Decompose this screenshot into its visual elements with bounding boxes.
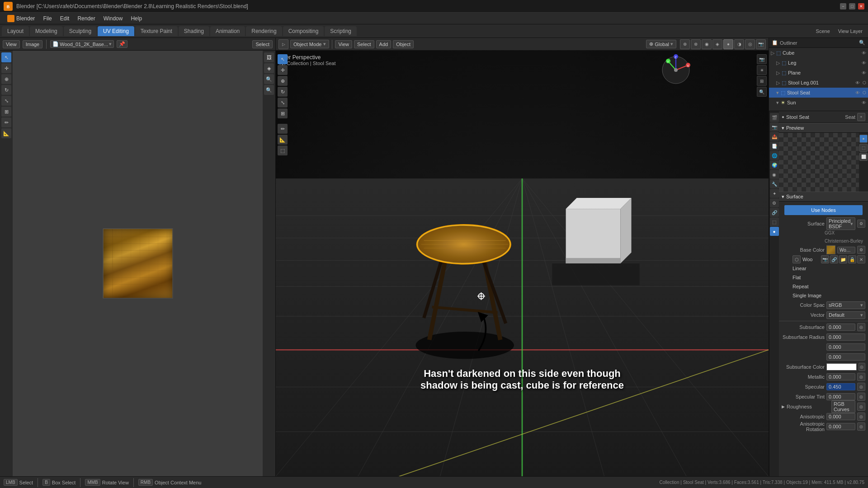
viewport-select-btn[interactable]: Select	[354, 40, 374, 48]
menu-blender[interactable]: Blender	[4, 14, 38, 23]
menu-render[interactable]: Render	[74, 14, 99, 23]
uv-mask-btn[interactable]: ◈	[264, 63, 274, 73]
vp-annotate-tool[interactable]: ✏	[278, 124, 288, 134]
viewport-mode-icon[interactable]: ▷	[278, 39, 288, 49]
specular-val[interactable]: 0.450	[826, 383, 855, 390]
specular-tint-dot[interactable]: ◎	[857, 393, 865, 401]
ws-tab-modeling[interactable]: Modeling	[30, 26, 63, 36]
vp-icon-camera[interactable]: 📷	[756, 39, 766, 49]
vector-dropdown[interactable]: Default ▾	[826, 311, 865, 319]
woo-folder-btn[interactable]: 📁	[839, 255, 847, 263]
subsurface-radius-val2[interactable]: 0.000	[826, 343, 865, 351]
vp-rotate-tool[interactable]: ↻	[278, 87, 288, 97]
subsurface-radius-val3[interactable]: 0.000	[826, 353, 865, 361]
uv-render-preview-btn[interactable]: 🖼	[264, 52, 274, 62]
prop-icon-output[interactable]: 📤	[770, 132, 779, 141]
prop-icon-scene2[interactable]: 🌐	[770, 151, 779, 160]
viewport-content[interactable]: User Perspective (1) Collection | Stool …	[276, 51, 769, 476]
uv-scale-tool[interactable]: ⤡	[1, 96, 11, 106]
vp-icon-1[interactable]: ⊕	[680, 39, 690, 49]
preview-header[interactable]: ▾ Preview	[779, 123, 868, 133]
viewport-add-btn[interactable]: Add	[376, 40, 392, 48]
outliner-item-cube[interactable]: ▷ ⬚ Cube 👁	[769, 48, 868, 58]
anisotropic-val[interactable]: 0.000	[826, 413, 855, 420]
uv-move-tool[interactable]: ⊕	[1, 74, 11, 84]
vp-cursor-tool[interactable]: ✛	[278, 65, 288, 75]
vp-icon-material[interactable]: ◑	[734, 39, 744, 49]
base-color-name[interactable]: Wood_01_2K_Base...	[837, 247, 855, 253]
metallic-val[interactable]: 0.000	[826, 373, 855, 380]
viewport-mode-dropdown[interactable]: Object Mode ▾	[290, 40, 329, 48]
prop-icon-view-layer[interactable]: 📑	[770, 141, 779, 150]
uv-view-btn[interactable]: View	[3, 40, 20, 48]
prop-icon-render[interactable]: 📷	[770, 122, 779, 131]
anisotropic-dot[interactable]: ◎	[857, 413, 865, 421]
outliner-item-stool-leg[interactable]: ▷ ⬚ Stool Leg.001 👁 ⬡	[769, 78, 868, 88]
viewport-transform-dropdown[interactable]: ⊕ Global ▾	[646, 40, 676, 48]
vp-icon-overlay[interactable]: ◉	[702, 39, 712, 49]
prop-icon-object[interactable]: ◉	[770, 170, 779, 179]
woo-link-btn[interactable]: 🔗	[830, 255, 838, 263]
outliner-item-stool-seat[interactable]: ▾ ⬚ Stool Seat 👁 ⬡	[769, 88, 868, 98]
prop-icon-physics[interactable]: ⚙	[770, 198, 779, 207]
prop-icon-particles[interactable]: ✦	[770, 189, 779, 198]
roughness-dot[interactable]: ◎	[857, 403, 865, 411]
vp-transform-tool[interactable]: ⊞	[278, 108, 288, 118]
surface-settings-btn[interactable]: ⚙	[857, 220, 865, 228]
uv-cursor-tool[interactable]: ✛	[1, 63, 11, 73]
ws-tab-scripting[interactable]: Scripting	[325, 26, 357, 36]
vp-select-tool[interactable]: ↖	[278, 54, 288, 64]
surface-dropdown[interactable]: Principled BSDF ▾	[826, 217, 855, 230]
menu-window[interactable]: Window	[100, 14, 127, 23]
vp-icon-solid[interactable]: ●	[723, 39, 733, 49]
uv-transform-tool[interactable]: ⊞	[1, 107, 11, 117]
preview-plane-btn[interactable]: ⬜	[859, 153, 868, 161]
vp-scale-tool[interactable]: ⤡	[278, 98, 288, 108]
uv-measure-tool[interactable]: 📐	[1, 128, 11, 138]
vp-light-icon[interactable]: ☀	[757, 65, 767, 75]
ws-tab-texture-paint[interactable]: Texture Paint	[135, 26, 178, 36]
vp-zoom-icon[interactable]: 🔍	[757, 87, 767, 97]
vp-icon-2[interactable]: ⊗	[691, 39, 701, 49]
ws-tab-uv-editing[interactable]: UV Editing	[98, 26, 134, 36]
prop-icon-constraints[interactable]: 🔗	[770, 208, 779, 217]
outliner-filter-btn[interactable]: 🔍	[859, 40, 865, 46]
vp-mesh-icon[interactable]: ⊞	[757, 76, 767, 86]
vp-icon-render[interactable]: ◎	[745, 39, 755, 49]
prop-icon-data[interactable]: ⬚	[770, 217, 779, 226]
vp-measure-tool[interactable]: 📐	[278, 135, 288, 145]
ws-tab-animation[interactable]: Animation	[210, 26, 245, 36]
specular-dot[interactable]: ◎	[857, 383, 865, 391]
outliner-item-leg[interactable]: ▷ ⬚ Leg 👁	[769, 58, 868, 68]
vp-add-cube-tool[interactable]: ⬚	[278, 145, 288, 155]
ws-tab-sculpting[interactable]: Sculpting	[64, 26, 97, 36]
anisotropic-rot-val[interactable]: 0.000	[826, 423, 855, 430]
maximize-btn[interactable]: □	[849, 3, 855, 9]
uv-annotate-tool[interactable]: ✏	[1, 117, 11, 127]
roughness-dropdown[interactable]: RGB Curves	[831, 400, 855, 413]
uv-rotate-tool[interactable]: ↻	[1, 85, 11, 95]
subsurface-dot[interactable]: ◎	[857, 323, 865, 331]
uv-select-btn[interactable]: Select	[252, 40, 273, 48]
prop-icon-modifier[interactable]: 🔧	[770, 179, 779, 188]
specular-tint-val[interactable]: 0.000	[826, 393, 855, 400]
use-nodes-btn[interactable]: Use Nodes	[784, 205, 863, 215]
nav-gizmo[interactable]: X Y Z	[660, 54, 692, 86]
ws-tab-shading[interactable]: Shading	[179, 26, 209, 36]
subsurface-radius-val1[interactable]: 0.000	[826, 333, 865, 341]
anisotropic-rot-dot[interactable]: ◎	[857, 422, 865, 431]
woo-x-btn[interactable]: ✕	[857, 255, 865, 263]
vp-icon-xray[interactable]: ◈	[712, 39, 722, 49]
close-btn[interactable]: ✕	[858, 3, 864, 9]
outliner-item-sun[interactable]: ▾ ☀ Sun 👁	[769, 98, 868, 108]
preview-cube-btn[interactable]: ⬚	[859, 144, 868, 152]
subsurface-val[interactable]: 0.000	[826, 324, 855, 331]
prop-icon-world[interactable]: 🌍	[770, 160, 779, 169]
uv-filename[interactable]: 📄 Wood_01_2K_Base... ▾	[50, 40, 114, 48]
prop-icon-scene[interactable]: 🎬	[770, 113, 779, 122]
uv-image-btn[interactable]: Image	[23, 40, 43, 48]
preview-sphere-btn[interactable]: ●	[859, 135, 868, 143]
vp-move-tool[interactable]: ⊕	[278, 76, 288, 86]
prop-plus-btn[interactable]: +	[857, 113, 865, 121]
viewport-view-btn[interactable]: View	[335, 40, 352, 48]
